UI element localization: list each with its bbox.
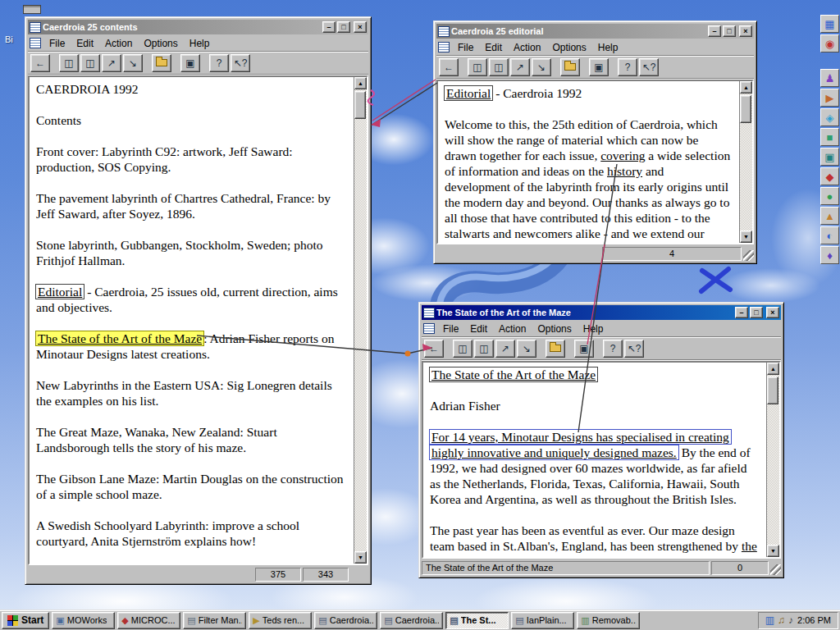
mixer-tray-icon[interactable]: ♫ xyxy=(778,614,785,626)
menu-options[interactable]: Options xyxy=(138,36,183,51)
minimize-button[interactable]: – xyxy=(735,307,748,318)
dock-icon-3[interactable]: ♟ xyxy=(820,69,839,87)
link-out-icon[interactable]: ↗ xyxy=(510,58,530,76)
maximize-button[interactable]: □ xyxy=(750,307,763,318)
menu-help[interactable]: Help xyxy=(184,36,216,51)
menu-action[interactable]: Action xyxy=(493,322,532,336)
hyperlink[interactable]: The State of the Art of the Maze xyxy=(430,368,597,381)
scrollbar-thumb[interactable] xyxy=(354,91,366,119)
scrollbar-track[interactable] xyxy=(740,94,752,231)
copy-page-icon[interactable]: ◫ xyxy=(468,58,487,76)
taskbar-button[interactable]: ▶Teds ren... xyxy=(249,612,312,629)
vertical-scrollbar[interactable]: ▲ ▼ xyxy=(766,363,779,557)
dock-icon-1[interactable]: ▦ xyxy=(820,15,839,33)
titlebar[interactable]: The State of the Art of the Maze – □ × xyxy=(422,305,781,320)
copy-link-icon[interactable]: ◫ xyxy=(80,54,100,72)
copy-page-icon[interactable]: ◫ xyxy=(453,340,472,358)
dock-icon-5[interactable]: ◈ xyxy=(820,108,839,126)
taskbar-button[interactable]: ▤IanPlain... xyxy=(511,612,574,629)
resize-grip[interactable] xyxy=(770,564,781,575)
go-back-icon[interactable]: ← xyxy=(30,54,50,72)
taskbar-button[interactable]: ◆MICROC... xyxy=(117,612,180,629)
menu-file[interactable]: File xyxy=(43,36,71,51)
link-in-icon[interactable]: ↘ xyxy=(123,54,143,72)
hyperlink[interactable]: covering xyxy=(600,148,645,162)
titlebar[interactable]: Caerdroia 25 contents – □ × xyxy=(28,20,368,34)
go-back-icon[interactable]: ← xyxy=(439,58,459,76)
desktop-icon-label[interactable]: Bi xyxy=(5,34,13,44)
dock-icon-9[interactable]: ● xyxy=(820,187,839,205)
copy-document-icon[interactable]: ▣ xyxy=(589,58,609,76)
minimize-button[interactable]: – xyxy=(708,25,721,37)
dock-icon-8[interactable]: ◆ xyxy=(820,167,839,185)
help-icon[interactable]: ? xyxy=(603,340,623,358)
open-folder-icon[interactable] xyxy=(546,340,565,358)
menu-options[interactable]: Options xyxy=(546,40,591,55)
taskbar-button[interactable]: ▤Caerdroia... xyxy=(314,612,377,629)
open-folder-icon[interactable] xyxy=(560,58,580,76)
menu-file[interactable]: File xyxy=(452,40,479,55)
hypertext-page[interactable]: CAERDROIA 1992ContentsFront cover: Labyr… xyxy=(30,77,354,564)
menu-edit[interactable]: Edit xyxy=(479,40,508,55)
scroll-up-button[interactable]: ▲ xyxy=(767,363,779,375)
context-help-icon[interactable]: ↖? xyxy=(231,54,250,72)
help-icon[interactable]: ? xyxy=(618,58,637,76)
taskbar-button[interactable]: ▤Filter Man... xyxy=(183,612,246,629)
scroll-up-button[interactable]: ▲ xyxy=(354,77,367,89)
hypertext-page[interactable]: Editorial - Caerdroia 1992Welcome to thi… xyxy=(438,81,739,243)
copy-document-icon[interactable]: ▣ xyxy=(574,340,594,358)
taskbar-button[interactable]: ▣MOWorks xyxy=(52,612,115,629)
menu-action[interactable]: Action xyxy=(99,36,138,51)
copy-link-icon[interactable]: ◫ xyxy=(474,340,494,358)
display-tray-icon[interactable]: ▥ xyxy=(765,614,774,626)
menu-edit[interactable]: Edit xyxy=(71,36,99,51)
hyperlink[interactable]: Editorial xyxy=(36,285,84,299)
dock-icon-6[interactable]: ■ xyxy=(820,128,839,146)
help-icon[interactable]: ? xyxy=(209,54,229,72)
close-button[interactable]: × xyxy=(766,307,779,318)
scrollbar-track[interactable] xyxy=(354,89,367,551)
scroll-down-button[interactable]: ▼ xyxy=(354,551,367,564)
scrollbar-thumb[interactable] xyxy=(767,377,778,404)
context-help-icon[interactable]: ↖? xyxy=(624,340,644,358)
menu-edit[interactable]: Edit xyxy=(464,322,493,336)
dock-icon-4[interactable]: ▶ xyxy=(820,89,839,107)
go-back-icon[interactable]: ← xyxy=(424,340,444,358)
menu-help[interactable]: Help xyxy=(592,40,624,55)
open-folder-icon[interactable] xyxy=(152,54,171,72)
copy-page-icon[interactable]: ◫ xyxy=(59,54,79,72)
menu-options[interactable]: Options xyxy=(532,322,577,336)
hyperlink[interactable]: The State of the Art of the Maze xyxy=(36,331,203,345)
taskbar-button[interactable]: ▥Removab... xyxy=(577,612,640,629)
titlebar[interactable]: Caerdroia 25 editorial – □ × xyxy=(436,24,754,39)
volume-tray-icon[interactable]: ♪ xyxy=(788,614,793,626)
dock-icon-7[interactable]: ▣ xyxy=(820,148,839,166)
taskbar-button[interactable]: ▤The St... xyxy=(445,612,509,629)
close-button[interactable]: × xyxy=(739,25,752,37)
close-button[interactable]: × xyxy=(354,21,367,33)
copy-document-icon[interactable]: ▣ xyxy=(180,54,200,72)
link-out-icon[interactable]: ↗ xyxy=(495,340,515,358)
start-button[interactable]: Start xyxy=(2,612,49,629)
menu-action[interactable]: Action xyxy=(508,40,546,55)
hypertext-page[interactable]: The State of the Art of the MazeAdrian F… xyxy=(423,363,766,557)
copy-link-icon[interactable]: ◫ xyxy=(489,58,509,76)
link-in-icon[interactable]: ↘ xyxy=(517,340,536,358)
maximize-button[interactable]: □ xyxy=(723,25,736,37)
maximize-button[interactable]: □ xyxy=(337,21,350,33)
scrollbar-track[interactable] xyxy=(767,375,779,545)
vertical-scrollbar[interactable]: ▲ ▼ xyxy=(354,77,367,564)
context-help-icon[interactable]: ↖? xyxy=(639,58,659,76)
clock[interactable]: 2:06 PM xyxy=(797,615,831,625)
link-in-icon[interactable]: ↘ xyxy=(532,58,551,76)
hyperlink[interactable]: Editorial xyxy=(445,86,492,100)
hyperlink[interactable]: history xyxy=(607,164,642,178)
scroll-down-button[interactable]: ▼ xyxy=(740,231,752,243)
scroll-up-button[interactable]: ▲ xyxy=(740,81,752,94)
menu-help[interactable]: Help xyxy=(578,322,609,336)
menu-file[interactable]: File xyxy=(437,322,464,336)
resize-grip[interactable] xyxy=(743,250,754,261)
dock-icon-10[interactable]: ▲ xyxy=(820,207,839,225)
minimize-button[interactable]: – xyxy=(322,21,336,33)
dock-icon-12[interactable]: ♦ xyxy=(820,246,839,264)
